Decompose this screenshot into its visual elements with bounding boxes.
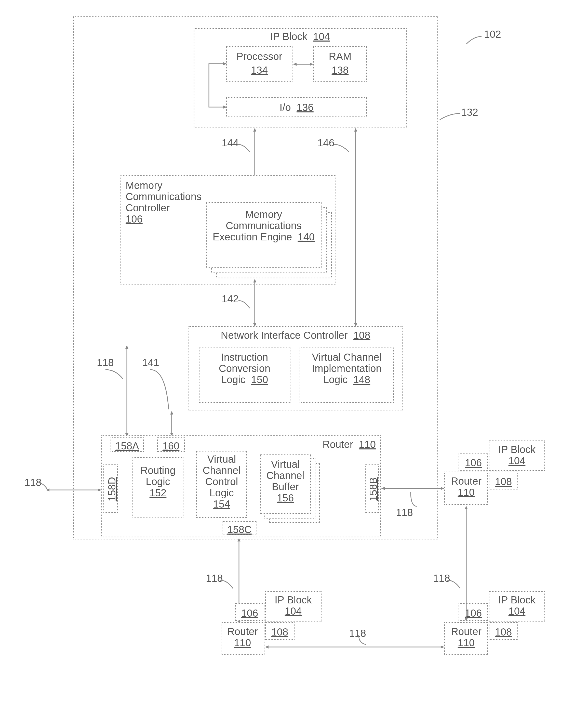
rl-num: 152 [150,487,167,499]
rl-label: Routing Logic 152 [133,465,183,499]
svg-marker-18 [125,345,128,349]
ebl-r-n: 110 [234,637,251,648]
vccl-t1: Virtual [207,453,236,465]
arrow-118-tr-br [464,506,468,622]
ref-144: 144 [222,137,239,148]
ref-102: 102 [484,28,501,40]
callout-118-left [38,483,48,490]
ext-router-br-title: Router 110 [445,626,487,648]
icl-label: Instruction Conversion Logic 150 [200,351,290,385]
ext-router-bl-title: Router 110 [222,626,264,648]
vcb-t1: Virtual [271,459,300,470]
ext-106-tr-num: 106 [459,457,487,468]
ext-108-br-num: 108 [489,626,518,637]
processor-label: Processor [227,51,292,62]
callout-118-trbr [447,579,461,589]
svg-marker-34 [441,646,444,649]
arrow-118-right [381,486,444,490]
proc-ram-arrow [293,63,313,66]
icl-num: 150 [251,374,268,385]
router-title: Router 110 [322,439,376,450]
nic-title: Network Interface Controller 108 [189,330,402,341]
svg-marker-24 [381,487,385,490]
svg-marker-4 [223,105,227,108]
nic-num: 108 [353,330,371,341]
mcc-engine-title: Memory Communications Execution Engine 1… [207,209,321,242]
ebl-ip-n: 104 [285,606,302,617]
ext-108-bl-num: 108 [266,626,294,637]
routing-logic: Routing Logic 152 [132,457,184,517]
proc-io-loop [206,61,227,109]
ext-ipblock-tr: IP Block 104 [489,441,545,471]
icl-t3: Logic [221,374,246,385]
ref-118-top: 118 [97,357,114,368]
ram-num: 138 [314,64,366,76]
io-label: I/o 136 [227,102,366,113]
port-160-num: 160 [158,440,184,451]
ext-router-tr: Router 110 [444,472,488,505]
mcc-num: 106 [126,213,143,225]
io-num: 136 [297,102,314,113]
ram: RAM 138 [313,46,367,82]
vccl-t2: Channel [203,465,240,476]
mcc-engine: Memory Communications Execution Engine 1… [206,202,321,268]
icl-t1: Instruction [221,351,268,363]
callout-118-bottom [357,635,367,646]
vcb-num: 156 [277,492,294,504]
port-158b-num: 158B [368,466,379,512]
ebr-r-t: Router [451,626,482,637]
mcc-t2: Communications [126,191,202,202]
ext-108-tr-num: 108 [489,476,518,487]
callout-146 [334,143,351,153]
svg-marker-33 [265,646,269,649]
ext-106-bl: 106 [235,603,265,621]
ebr-r-n: 110 [458,637,475,648]
vci-t2: Implementation [312,363,381,374]
port-158a-num: 158A [111,440,143,451]
vci-t1: Virtual Channel [312,351,382,363]
svg-marker-6 [253,128,256,131]
port-158b: 158B [365,465,379,513]
vcb: Virtual Channel Buffer 156 [260,454,311,514]
callout-141 [150,369,166,409]
ebr-ip-t: IP Block [498,594,536,606]
virtual-channel-impl-logic: Virtual Channel Implementation Logic 148 [300,347,394,403]
ip-block-num: 104 [313,31,330,42]
arrow-142 [253,279,257,327]
io: I/o 136 [226,97,367,117]
mce-t3: Execution Engine [213,231,292,242]
svg-marker-27 [237,538,240,542]
svg-marker-22 [98,488,101,491]
ebl-ip-t: IP Block [275,594,312,606]
ebl-r-t: Router [227,626,258,637]
port-158d-num: 158D [106,466,118,512]
vci-label: Virtual Channel Implementation Logic 148 [300,351,393,385]
icl-t2: Conversion [219,363,270,374]
ext-router-br: Router 110 [444,622,488,655]
callout-118-top [105,369,121,380]
svg-marker-25 [441,487,444,490]
ref-142: 142 [222,293,239,304]
ext-ip-t: IP Block [498,444,536,455]
vcb-t2: Channel [266,470,304,481]
vccl-t3: Control [205,476,238,487]
svg-marker-15 [170,411,173,414]
ext-router-bl: Router 110 [220,622,265,655]
ext-108-bl: 108 [265,622,295,640]
vccl: Virtual Channel Control Logic 154 [196,451,247,518]
svg-marker-1 [293,63,297,66]
mce-t2: Communications [226,220,302,231]
ext-router-tr-title: Router 110 [445,475,487,498]
ext-106-br-num: 106 [459,608,487,619]
svg-marker-3 [223,62,227,65]
ext-ipblock-bl-title: IP Block 104 [266,594,321,617]
ip-block-label: IP Block [270,31,308,42]
mce-t1: Memory [245,209,282,220]
ref-146: 146 [317,137,335,148]
port-158c-num: 158C [223,524,256,535]
callout-142 [238,300,251,309]
rl-t1: Routing [140,465,175,476]
callout-118-right [411,492,421,506]
arrow-118-top [125,345,129,437]
vci-num: 148 [353,374,371,385]
